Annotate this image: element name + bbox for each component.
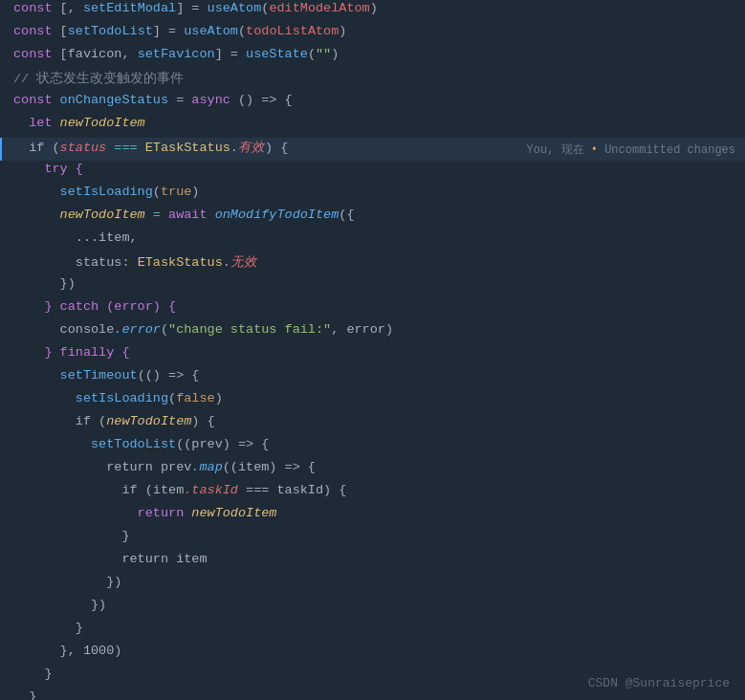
token: newTodoItem bbox=[60, 116, 145, 130]
code-line: setIsLoading(false) bbox=[0, 390, 745, 413]
line-content: return item bbox=[10, 552, 745, 566]
token: useState bbox=[246, 47, 308, 61]
token: ) bbox=[215, 391, 223, 405]
code-line: return newTodoItem bbox=[0, 505, 745, 528]
code-editor: const [, setEditModal] = useAtom(editMod… bbox=[0, 0, 745, 700]
token: ETaskStatus bbox=[145, 141, 230, 155]
token: [ bbox=[60, 1, 68, 15]
code-line: } finally { bbox=[0, 344, 745, 367]
token: todoListAtom bbox=[246, 24, 339, 38]
token: 有效 bbox=[238, 141, 265, 155]
line-content: setIsLoading(true) bbox=[10, 185, 745, 199]
code-line: if (newTodoItem) { bbox=[0, 413, 745, 436]
token: ETaskStatus bbox=[138, 255, 223, 270]
line-content: } bbox=[10, 689, 745, 700]
code-line: const onChangeStatus = async () => { bbox=[0, 92, 745, 115]
token: === taskId) { bbox=[238, 483, 346, 497]
git-annotation: You, 现在 • Uncommitted changes bbox=[527, 142, 735, 158]
code-line: }) bbox=[0, 597, 745, 620]
token: ] = bbox=[153, 24, 184, 38]
token: }) bbox=[13, 598, 106, 612]
line-content: console.error("change status fail:", err… bbox=[10, 322, 745, 337]
token: const bbox=[13, 1, 60, 15]
line-content: let newTodoItem bbox=[10, 116, 745, 130]
token: 无效 bbox=[230, 255, 257, 270]
token: await bbox=[168, 208, 215, 222]
code-line: ...item, bbox=[0, 230, 745, 252]
token: status: bbox=[13, 255, 138, 270]
watermark: CSDN @Sunraiseprice bbox=[588, 676, 730, 690]
token: setEditModal bbox=[83, 1, 176, 15]
token: ) { bbox=[191, 414, 214, 428]
code-line: console.error("change status fail:", err… bbox=[0, 321, 745, 344]
token: newTodoItem bbox=[106, 414, 191, 428]
token: = bbox=[145, 208, 168, 222]
token: ( bbox=[153, 185, 161, 199]
token: const bbox=[13, 47, 60, 61]
token: setTodoList bbox=[13, 437, 176, 451]
token: useAtom bbox=[208, 1, 262, 15]
token: ...item, bbox=[13, 230, 138, 245]
line-content: const [, setEditModal] = useAtom(editMod… bbox=[10, 1, 745, 15]
code-line: setTimeout(() => { bbox=[0, 367, 745, 390]
line-content: return newTodoItem bbox=[10, 506, 745, 520]
token: useAtom bbox=[184, 24, 238, 38]
token: // 状态发生改变触发的事件 bbox=[13, 72, 184, 86]
token: () => { bbox=[238, 93, 293, 107]
code-line: let newTodoItem bbox=[0, 115, 745, 138]
token: } finally { bbox=[13, 345, 130, 360]
code-line: const [setTodoList] = useAtom(todoListAt… bbox=[0, 23, 745, 46]
token: ((item) => { bbox=[223, 460, 316, 474]
code-line: }) bbox=[0, 275, 745, 298]
token: ) { bbox=[265, 141, 288, 155]
token: }, 1000) bbox=[13, 644, 121, 658]
line-content: } finally { bbox=[10, 345, 745, 360]
token: ] = bbox=[176, 1, 207, 15]
token: ({ bbox=[339, 208, 354, 222]
code-line: return item bbox=[0, 551, 745, 574]
token bbox=[13, 208, 60, 222]
token: setFavicon bbox=[138, 47, 215, 61]
token: const bbox=[13, 93, 60, 107]
token: if (item bbox=[13, 483, 184, 497]
line-content: try { bbox=[10, 162, 745, 176]
token: . bbox=[223, 255, 230, 270]
line-content: ...item, bbox=[10, 230, 745, 245]
token: } bbox=[13, 621, 83, 635]
token: if ( bbox=[13, 141, 60, 155]
token: return item bbox=[13, 552, 208, 566]
token: } bbox=[13, 689, 36, 700]
line-content: newTodoItem = await onModifyTodoItem({ bbox=[10, 208, 745, 222]
token: false bbox=[176, 391, 215, 405]
line-content: setIsLoading(false) bbox=[10, 391, 745, 405]
code-line: // 状态发生改变触发的事件 bbox=[0, 69, 745, 92]
token: setTodoList bbox=[68, 24, 153, 38]
token: . bbox=[230, 141, 238, 155]
token: }) bbox=[13, 276, 76, 291]
code-line: status: ETaskStatus.无效 bbox=[0, 252, 745, 275]
token: onModifyTodoItem bbox=[215, 208, 340, 222]
code-line: const [favicon, setFavicon] = useState("… bbox=[0, 46, 745, 69]
token: [ bbox=[60, 47, 68, 61]
code-line: try { bbox=[0, 161, 745, 184]
line-content: const [favicon, setFavicon] = useState("… bbox=[10, 47, 745, 61]
line-content: return prev.map((item) => { bbox=[10, 460, 745, 474]
token: setIsLoading bbox=[13, 185, 153, 199]
token: ( bbox=[161, 322, 168, 337]
token: console bbox=[13, 322, 114, 337]
line-content: }) bbox=[10, 276, 745, 291]
line-content: const [setTodoList] = useAtom(todoListAt… bbox=[10, 24, 745, 38]
code-line: if (item.taskId === taskId) { bbox=[0, 482, 745, 505]
token: (() => { bbox=[138, 368, 200, 383]
token: [ bbox=[60, 24, 68, 38]
line-content: } bbox=[10, 621, 745, 635]
token: = bbox=[168, 93, 191, 107]
line-content: // 状态发生改变触发的事件 bbox=[10, 70, 745, 87]
line-content: if (item.taskId === taskId) { bbox=[10, 483, 745, 497]
token: return prev bbox=[13, 460, 191, 474]
line-content: }) bbox=[10, 575, 745, 589]
token: === bbox=[106, 141, 145, 155]
line-content: }, 1000) bbox=[10, 644, 745, 658]
token: .taskId bbox=[184, 483, 238, 497]
line-content: setTimeout(() => { bbox=[10, 368, 745, 383]
